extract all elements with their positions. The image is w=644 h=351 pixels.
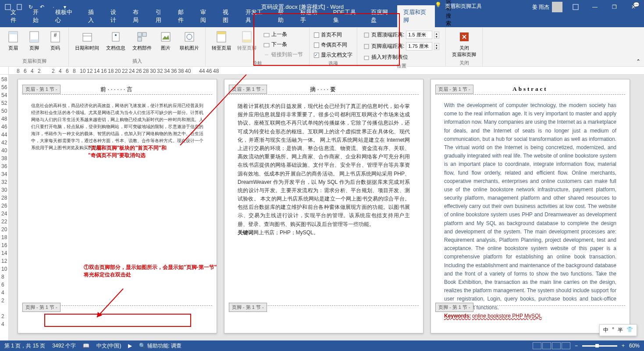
vertical-ruler[interactable]: 5856545250484644424038363432302826242220… <box>0 75 9 344</box>
link-prev-button[interactable]: 链接到前一节 <box>262 50 305 59</box>
tab-baidu[interactable]: 百度网盘 <box>365 5 397 27</box>
page-body: 随着计算机技术的日益发展，现代社会已经到了真正的信息时代，如今掌握并应用信息就显… <box>224 93 423 241</box>
tab-design[interactable]: 设计 <box>104 5 127 27</box>
footer-tag[interactable]: 页脚 - 第 1 节 - <box>435 303 473 312</box>
ribbon-tabs: 文件 开始 模板中心 插入 设计 布局 引用 邮件 审阅 视图 开发工具 帮助 … <box>0 14 644 27</box>
ruler-corner <box>0 67 9 74</box>
svg-rect-25 <box>264 43 269 47</box>
svg-rect-9 <box>83 33 92 41</box>
svg-rect-4 <box>9 32 18 34</box>
footer-bottom-input[interactable]: 1.75 厘米 <box>406 42 432 50</box>
spinner-icon[interactable]: ▴▾ <box>434 43 439 50</box>
header-top-input[interactable]: 1.5 厘米 <box>406 31 432 39</box>
tab-header-footer[interactable]: 页眉和页脚 <box>397 5 435 27</box>
language[interactable]: 中文(中国) <box>96 342 121 350</box>
tab-pdf[interactable]: PDF工具集 <box>327 5 365 27</box>
spinner-icon[interactable]: ▴▾ <box>434 32 439 39</box>
view-buttons[interactable] <box>533 342 570 349</box>
page-count[interactable]: 第 1 页，共 15 页 <box>4 342 45 350</box>
svg-point-12 <box>115 34 117 36</box>
footer-tag[interactable]: 页脚 - 第 1 节 - <box>229 303 267 312</box>
svg-rect-6 <box>30 39 39 42</box>
zoom-slider[interactable] <box>582 345 617 347</box>
tab-heading[interactable]: 标题助手 <box>294 5 327 27</box>
context-tab-title: 页眉和页脚工具 <box>445 3 482 10</box>
group-label: 页眉和页脚 <box>22 57 46 66</box>
header-button[interactable]: 页眉 <box>4 29 22 52</box>
tab-references[interactable]: 引用 <box>149 5 172 27</box>
svg-rect-11 <box>112 32 119 41</box>
footer-bottom-distance: 页脚底端距离:1.75 厘米▴▾ <box>362 41 441 51</box>
collapse-ribbon-icon[interactable]: ⌃ <box>636 58 640 64</box>
odd-even-diff-checkbox[interactable]: 奇偶页不同 <box>314 41 352 49</box>
comments-icon[interactable]: 💬 <box>633 2 640 8</box>
svg-rect-15 <box>138 37 142 41</box>
first-page-diff-checkbox[interactable]: 首页不同 <box>314 31 352 39</box>
prev-button[interactable]: 上一条 <box>262 30 305 39</box>
tab-review[interactable]: 审阅 <box>194 5 217 27</box>
document-page: 页眉 - 第 1 节 - 前······言 信息社会的高科技，商品经济化的高效益… <box>18 79 217 333</box>
svg-rect-24 <box>264 33 269 37</box>
spell-icon[interactable]: 📖 <box>83 343 89 349</box>
annotation-text: "页眉和页脚"板块的"首页不同"和 "奇偶页不同"要取消勾选 <box>88 144 167 159</box>
datetime-button[interactable]: 日期和时间 <box>73 29 101 52</box>
svg-text:#: # <box>54 32 57 38</box>
page-body: With the development of computer technol… <box>431 93 630 325</box>
group-label: 插入 <box>132 57 142 66</box>
header-top-distance: 页眉顶端距离:1.5 厘米▴▾ <box>362 30 441 40</box>
next-button[interactable]: 下一条 <box>262 40 305 49</box>
status-bar: 第 1 页，共 15 页 3492 个字 📖 中文(中国) ▶ 🔍 辅助功能: … <box>0 340 644 351</box>
quickparts-button[interactable]: 文档部件 <box>131 29 153 52</box>
svg-rect-23 <box>242 39 251 42</box>
ime-popup[interactable]: 中°半👕 <box>599 324 637 336</box>
word-count[interactable]: 3492 个字 <box>52 342 76 350</box>
tab-layout[interactable]: 布局 <box>127 5 149 27</box>
horizontal-ruler[interactable]: 8642246810121416182022242628303234363840… <box>9 67 644 74</box>
tab-template[interactable]: 模板中心 <box>49 5 82 27</box>
close-hf-button[interactable]: 关闭 页眉和页脚 <box>450 29 478 59</box>
annotation-footer-box <box>44 314 191 327</box>
header-tag[interactable]: 页眉 - 第 1 节 - <box>229 85 267 94</box>
tab-help[interactable]: 帮助 <box>272 5 294 27</box>
tab-home[interactable]: 开始 <box>27 5 49 27</box>
ribbon: 页眉 页脚 #页码 页眉和页脚 日期和时间 文档信息 文档部件 图片 联机图片 … <box>0 27 644 67</box>
zoom-in-icon[interactable]: + <box>622 343 625 349</box>
zoom-out-icon[interactable]: − <box>575 343 578 349</box>
page-number-button[interactable]: #页码 <box>46 29 64 52</box>
svg-rect-26 <box>364 33 369 37</box>
zoom-level[interactable]: 60% <box>629 343 640 349</box>
document-page: 页眉 - 第 1 节 - 摘····要 随着计算机技术的日益发展，现代社会已经到… <box>224 79 423 333</box>
tab-view[interactable]: 视图 <box>217 5 239 27</box>
macro-icon[interactable]: ▶ <box>128 343 132 349</box>
docinfo-button[interactable]: 文档信息 <box>104 29 127 52</box>
goto-header-button[interactable]: 转至页眉 <box>210 29 233 52</box>
online-picture-button[interactable]: 联机图片 <box>178 29 201 52</box>
footer-button[interactable]: 页脚 <box>25 29 43 52</box>
lightbulb-icon: 💡 <box>435 2 441 8</box>
goto-footer-button[interactable]: 转至页脚 <box>235 29 258 52</box>
tab-insert[interactable]: 插入 <box>82 5 104 27</box>
svg-rect-14 <box>142 32 146 36</box>
footer-tag[interactable]: 页脚 - 第 1 节 - <box>22 303 60 312</box>
svg-rect-27 <box>364 44 369 49</box>
show-doc-text-checkbox[interactable]: 显示文档文字 <box>314 51 352 59</box>
document-page: 页眉 - 第 1 节 - Abstract With the developme… <box>431 79 630 333</box>
tab-developer[interactable]: 开发工具 <box>239 5 272 27</box>
header-tag[interactable]: 页眉 - 第 1 节 - <box>22 85 60 94</box>
accessibility[interactable]: 🔍 辅助功能: 调查 <box>139 342 181 350</box>
annotation-text: ①双击页脚部分，显示如图所示，会显示如"页脚-第一节" 将光标定位在双击处 <box>84 264 329 279</box>
svg-rect-28 <box>364 56 369 60</box>
header-tag[interactable]: 页眉 - 第 1 节 - <box>435 85 473 94</box>
insert-align-tab-button[interactable]: 插入对齐制表位 <box>362 53 441 62</box>
tab-file[interactable]: 文件 <box>4 5 27 27</box>
svg-line-32 <box>97 289 123 317</box>
picture-button[interactable]: 图片 <box>157 29 174 52</box>
tab-mailings[interactable]: 邮件 <box>172 5 194 27</box>
svg-rect-18 <box>185 32 194 41</box>
svg-rect-21 <box>217 32 226 34</box>
svg-rect-13 <box>138 32 142 36</box>
